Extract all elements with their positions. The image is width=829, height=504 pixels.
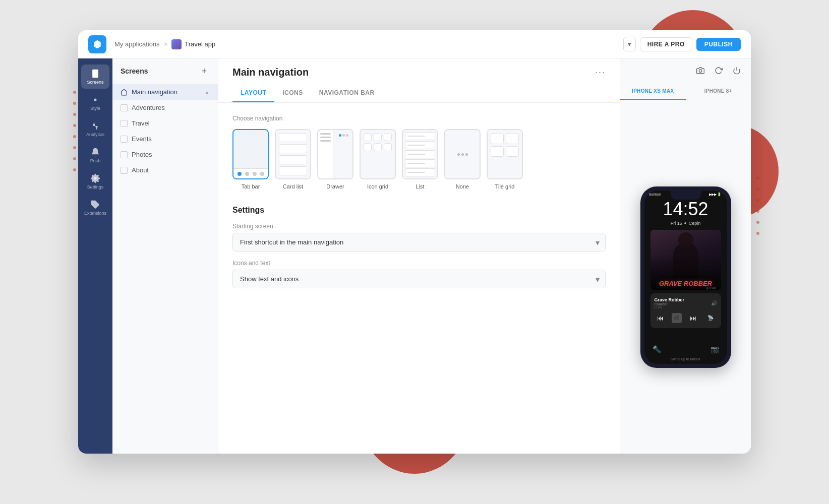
nav-option-icon-grid[interactable]: Icon grid	[360, 129, 396, 190]
screens-header: Screens +	[112, 58, 218, 84]
icons-text-select[interactable]: Show text and icons	[232, 270, 606, 288]
stop-button[interactable]: ⬛	[672, 313, 682, 323]
tilegrid-preview	[488, 130, 522, 178]
camera-quick-icon[interactable]: 📷	[710, 345, 719, 353]
publish-button[interactable]: PUBLISH	[696, 38, 741, 51]
breadcrumb-parent[interactable]: My applications	[114, 40, 160, 48]
drawer-side	[318, 130, 333, 178]
drawer-preview	[318, 130, 352, 178]
tabbar-content	[233, 130, 268, 168]
screen-item-events[interactable]: Events	[112, 131, 218, 147]
content-body: Choose navigation	[218, 103, 620, 454]
drawer-line	[320, 133, 331, 135]
screens-icon	[90, 69, 100, 79]
refresh-icon	[715, 67, 723, 75]
none-preview	[445, 130, 480, 178]
icons-text-select-wrapper: Show text and icons ▾	[232, 270, 606, 288]
page-title: Main navigation	[232, 67, 309, 78]
screen-item-about[interactable]: About	[112, 162, 218, 178]
card-row	[279, 155, 307, 164]
nav-option-list[interactable]: List	[402, 129, 438, 190]
screen-checkbox[interactable]	[121, 151, 128, 158]
nav-option-tile-grid[interactable]: Tile grid	[487, 129, 523, 190]
screen-item-photos[interactable]: Photos	[112, 147, 218, 162]
screen-item-adventures[interactable]: Adventures	[112, 100, 218, 115]
track-artist: Crowder	[655, 302, 685, 306]
tile-cell	[491, 133, 504, 144]
tab-icons[interactable]: ICONS	[274, 84, 311, 102]
tabbar-bar	[233, 168, 268, 178]
nav-card-preview	[275, 129, 311, 179]
more-options-button[interactable]: ···	[595, 67, 606, 78]
screen-checkbox[interactable]	[121, 104, 128, 111]
sidebar-item-push[interactable]: Push	[81, 143, 109, 167]
icon-cell	[384, 143, 392, 151]
analytics-icon	[90, 121, 100, 131]
preview-body: bonbon ▶▶▶ 🔋 14:52 Fri 15 ✦ Čepin	[620, 100, 751, 454]
power-button[interactable]	[731, 65, 743, 77]
volume-icon: 🔊	[711, 300, 717, 306]
phone-screen: bonbon ▶▶▶ 🔋 14:52 Fri 15 ✦ Čepin	[644, 191, 727, 364]
screen-checkbox[interactable]	[121, 136, 128, 143]
screen-item-main-navigation[interactable]: Main navigation ▲	[112, 84, 218, 100]
sidebar-item-settings[interactable]: Settings	[81, 169, 109, 194]
none-dots	[457, 153, 468, 156]
list-row	[405, 141, 435, 149]
nav-card-preview	[402, 129, 438, 179]
extensions-icon	[90, 200, 100, 210]
nav-option-tab-bar[interactable]: Tab bar	[232, 129, 269, 190]
dot	[342, 134, 345, 137]
device-tab-xs-max[interactable]: IPHONE XS MAX	[620, 83, 686, 100]
content-tabs: LAYOUT ICONS NAVIGATION BAR	[218, 84, 620, 103]
flashlight-icon[interactable]: 🔦	[653, 345, 661, 353]
tab-navigation-bar[interactable]: NAVIGATION BAR	[311, 84, 383, 102]
sidebar-label-screens: Screens	[87, 80, 103, 85]
nav-option-drawer[interactable]: Drawer	[317, 129, 353, 190]
nav-option-none[interactable]: None	[444, 129, 481, 190]
next-button[interactable]: ⏭	[687, 312, 699, 324]
sidebar-item-extensions[interactable]: Extensions	[81, 196, 109, 220]
screen-checkbox[interactable]	[121, 120, 128, 127]
album-title: GRAVE ROBBER	[655, 280, 717, 287]
screen-item-travel[interactable]: Travel	[112, 115, 218, 131]
screen-checkbox[interactable]	[121, 167, 128, 174]
nav-option-card-list[interactable]: Card list	[275, 129, 311, 190]
tab-dot	[260, 172, 264, 176]
nav-card-preview	[487, 129, 523, 179]
sidebar-item-screens[interactable]: Screens	[81, 65, 109, 89]
sidebar-item-style[interactable]: Style	[81, 91, 109, 115]
nav-option-label: List	[416, 183, 424, 190]
card-row	[279, 133, 307, 142]
icons-text-field: Icons and text Show text and icons ▾	[232, 260, 606, 288]
starting-screen-field: Starting screen First shortcut in the ma…	[232, 223, 606, 251]
icon-cell	[374, 133, 382, 141]
list-row	[405, 150, 435, 158]
tab-layout[interactable]: LAYOUT	[232, 84, 274, 102]
player-controls: ⏮ ⬛ ⏭ 📡	[655, 312, 717, 324]
dropdown-button[interactable]: ▾	[623, 37, 636, 51]
starting-screen-label: Starting screen	[232, 223, 606, 230]
device-tab-8plus[interactable]: IPHONE 8+	[686, 83, 751, 100]
phone-player: Grave Robber Crowder LIVE 🔊 ⏮ ⬛ ⏭	[650, 293, 721, 328]
phone-time: 14:52	[644, 197, 727, 221]
tab-dot	[245, 172, 249, 176]
refresh-button[interactable]	[713, 65, 725, 77]
hire-pro-button[interactable]: HIRE A PRO	[640, 37, 692, 51]
settings-section-title: Settings	[232, 206, 606, 215]
swipe-hint: Swipe up to unlock	[644, 357, 727, 364]
add-screen-button[interactable]: +	[199, 66, 210, 77]
airplay-button[interactable]: 📡	[704, 312, 717, 324]
phone-date: Fri 15 ✦ Čepin	[644, 221, 727, 226]
prev-button[interactable]: ⏮	[655, 312, 667, 324]
album-art: GRAVE ROBBER ⓟ © WR...	[650, 230, 721, 290]
app-icon-thumbnail	[171, 39, 182, 49]
sidebar-item-analytics[interactable]: Analytics	[81, 117, 109, 141]
screenshot-button[interactable]	[694, 65, 706, 77]
phone-notch	[671, 191, 701, 200]
starting-screen-select[interactable]: First shortcut in the main navigation	[232, 233, 606, 251]
choose-navigation-label: Choose navigation	[232, 115, 606, 122]
nav-card-preview	[232, 129, 269, 179]
tab-dot	[238, 172, 242, 176]
content-header: Main navigation ···	[218, 58, 620, 78]
breadcrumb-current: Travel app	[171, 39, 215, 49]
